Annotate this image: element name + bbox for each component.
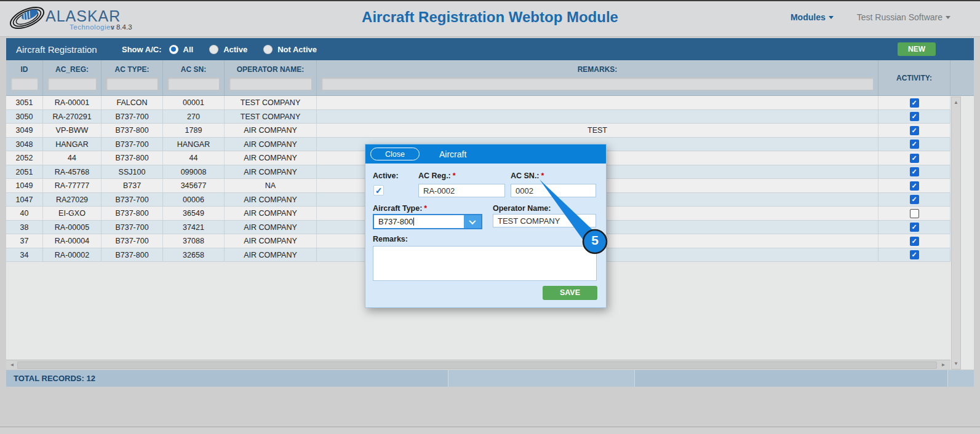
- horizontal-scrollbar[interactable]: ◄ ►: [6, 360, 950, 369]
- scroll-right-icon[interactable]: ►: [939, 360, 948, 369]
- cell-operator: NA: [225, 179, 317, 192]
- column-operator: OPERATOR NAME:: [225, 60, 317, 95]
- column-ac-type: AC TYPE:: [102, 60, 163, 95]
- cell-id: 34: [6, 248, 43, 262]
- cell-id: 1047: [6, 193, 43, 207]
- combobox-dropdown-button[interactable]: [464, 215, 481, 228]
- modules-menu-label: Modules: [791, 12, 826, 22]
- aircraft-type-text: B737-800: [378, 217, 413, 226]
- col-header-activity[interactable]: ACTIVITY:: [878, 60, 950, 95]
- show-ac-radio-option[interactable]: Not Active: [263, 45, 317, 54]
- filter-input-id[interactable]: [10, 77, 38, 90]
- activity-checkbox[interactable]: ✓: [910, 112, 919, 121]
- cell-id: 2051: [6, 165, 43, 179]
- app-header: ALASKAR Technologies v 8.4.3 Aircraft Re…: [0, 0, 980, 37]
- table-row[interactable]: 3049 VP-BWW B737-800 1789 AIR COMPANY TE…: [6, 124, 950, 138]
- table-row[interactable]: 3050 RA-270291 B737-700 270 TEST COMPANY…: [6, 110, 950, 124]
- cell-id: 40: [6, 207, 43, 220]
- aircraft-type-label: Aircraft Type:*: [373, 204, 427, 213]
- cell-ac-reg: RA-270291: [43, 110, 102, 124]
- radio-button-icon: [263, 45, 273, 54]
- cell-id: 3048: [6, 138, 43, 151]
- cell-ac-sn: 32658: [163, 248, 225, 262]
- column-id: ID: [6, 60, 43, 95]
- brand-name: ALASKAR: [46, 7, 121, 25]
- col-header-ac-sn[interactable]: AC SN:: [163, 60, 224, 77]
- user-menu[interactable]: Test Russian Software: [857, 12, 950, 22]
- filter-input-ac-sn[interactable]: [167, 77, 220, 90]
- cell-id: 3049: [6, 124, 43, 137]
- cell-ac-type: B737-700: [102, 221, 163, 234]
- radio-option-label: Active: [223, 45, 247, 54]
- table-row[interactable]: 3051 RA-00001 FALCON 00001 TEST COMPANY …: [6, 96, 950, 110]
- cell-ac-type: B737-700: [102, 234, 163, 248]
- activity-checkbox[interactable]: ✓: [910, 237, 919, 246]
- bottom-strip: [0, 427, 980, 434]
- filter-input-ac-type[interactable]: [106, 77, 158, 90]
- show-ac-radio-option[interactable]: Active: [209, 45, 247, 54]
- activity-checkbox[interactable]: ✓: [910, 126, 919, 135]
- scroll-down-icon[interactable]: ▼: [952, 359, 960, 368]
- column-remarks: REMARKS:: [317, 60, 878, 95]
- col-header-id[interactable]: ID: [6, 60, 42, 77]
- operator-name-field[interactable]: [493, 214, 596, 227]
- save-button[interactable]: SAVE: [543, 286, 597, 300]
- activity-checkbox[interactable]: ✓: [910, 223, 919, 232]
- vertical-scrollbar[interactable]: ▲ ▼: [951, 97, 961, 369]
- activity-checkbox[interactable]: ✓: [910, 181, 919, 191]
- modules-menu[interactable]: Modules: [791, 12, 834, 22]
- remarks-field[interactable]: [373, 246, 597, 281]
- cell-ac-type: B737-700: [102, 110, 163, 124]
- new-button[interactable]: NEW: [898, 42, 936, 56]
- filter-input-remarks[interactable]: [321, 77, 874, 90]
- show-ac-radio-option[interactable]: All: [169, 45, 194, 54]
- activity-checkbox[interactable]: ✓: [910, 167, 919, 176]
- cell-id: 3050: [6, 110, 43, 124]
- column-ac-sn: AC SN:: [163, 60, 225, 95]
- ac-reg-field[interactable]: [418, 184, 505, 197]
- cell-operator: AIR COMPANY: [225, 221, 317, 234]
- activity-checkbox[interactable]: ✓: [910, 140, 919, 149]
- radio-button-icon: [209, 45, 218, 54]
- cell-operator: AIR COMPANY: [225, 234, 317, 248]
- cell-activity: ✓: [878, 165, 950, 179]
- cell-ac-sn: 270: [163, 110, 225, 124]
- close-button[interactable]: Close: [370, 148, 420, 160]
- ac-sn-label: AC SN.:*: [511, 172, 544, 180]
- ac-sn-label-text: AC SN.:: [511, 172, 540, 180]
- cell-ac-type: B737-800: [102, 151, 163, 165]
- activity-checkbox[interactable]: ✓: [910, 98, 919, 108]
- cell-ac-sn: 44: [163, 151, 225, 165]
- cell-activity: ✓: [878, 151, 950, 165]
- cell-operator: TEST COMPANY: [225, 110, 317, 124]
- cell-ac-reg: RA-77777: [43, 179, 102, 192]
- filter-input-ac-reg[interactable]: [47, 77, 97, 90]
- footer-segment: [947, 370, 974, 387]
- brand-tagline: Technologies: [70, 23, 114, 31]
- filter-input-operator[interactable]: [229, 77, 312, 90]
- activity-checkbox[interactable]: [910, 209, 919, 218]
- cell-operator: AIR COMPANY: [225, 207, 317, 220]
- activity-checkbox[interactable]: ✓: [910, 250, 919, 259]
- activity-checkbox[interactable]: ✓: [910, 195, 919, 204]
- activity-checkbox[interactable]: ✓: [910, 154, 919, 163]
- col-header-ac-reg[interactable]: AC_REG:: [43, 60, 101, 77]
- grid-footer: TOTAL RECORDS: 12: [6, 370, 974, 387]
- col-header-operator[interactable]: OPERATOR NAME:: [225, 60, 316, 77]
- aircraft-type-combobox[interactable]: B737-800: [373, 214, 482, 229]
- cell-ac-sn: 36549: [163, 207, 225, 220]
- ac-sn-field[interactable]: [511, 184, 596, 197]
- cell-ac-type: B737-700: [102, 193, 163, 207]
- cell-ac-type: B737-700: [102, 138, 163, 151]
- cell-id: 38: [6, 221, 43, 234]
- column-ac-reg: AC_REG:: [43, 60, 102, 95]
- scroll-left-icon[interactable]: ◄: [7, 360, 17, 369]
- cell-ac-type: B737-800: [102, 124, 163, 137]
- hscroll-thumb[interactable]: [17, 361, 937, 369]
- cell-activity: ✓: [878, 179, 950, 192]
- total-records: TOTAL RECORDS: 12: [14, 374, 95, 383]
- modal-active-checkbox[interactable]: ✓: [373, 185, 384, 195]
- col-header-remarks[interactable]: REMARKS:: [317, 60, 878, 77]
- scroll-up-icon[interactable]: ▲: [952, 98, 960, 107]
- col-header-ac-type[interactable]: AC TYPE:: [102, 60, 162, 77]
